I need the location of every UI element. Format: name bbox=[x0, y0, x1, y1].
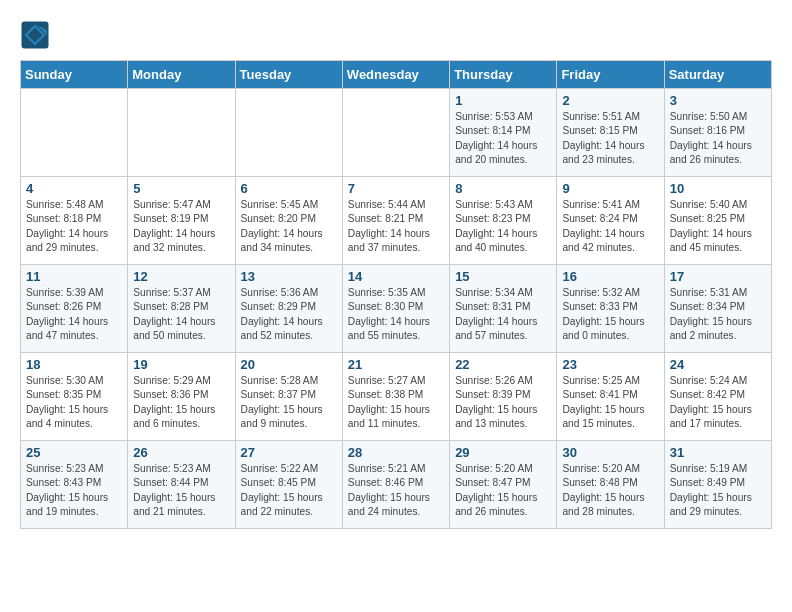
day-info: Sunrise: 5:27 AM Sunset: 8:38 PM Dayligh… bbox=[348, 374, 444, 431]
day-number: 27 bbox=[241, 445, 337, 460]
calendar-cell: 20Sunrise: 5:28 AM Sunset: 8:37 PM Dayli… bbox=[235, 353, 342, 441]
calendar-week-row: 11Sunrise: 5:39 AM Sunset: 8:26 PM Dayli… bbox=[21, 265, 772, 353]
day-number: 23 bbox=[562, 357, 658, 372]
day-info: Sunrise: 5:43 AM Sunset: 8:23 PM Dayligh… bbox=[455, 198, 551, 255]
day-number: 5 bbox=[133, 181, 229, 196]
day-number: 16 bbox=[562, 269, 658, 284]
header-wednesday: Wednesday bbox=[342, 61, 449, 89]
day-info: Sunrise: 5:19 AM Sunset: 8:49 PM Dayligh… bbox=[670, 462, 766, 519]
calendar-week-row: 18Sunrise: 5:30 AM Sunset: 8:35 PM Dayli… bbox=[21, 353, 772, 441]
calendar-cell bbox=[128, 89, 235, 177]
day-number: 30 bbox=[562, 445, 658, 460]
day-number: 20 bbox=[241, 357, 337, 372]
day-info: Sunrise: 5:30 AM Sunset: 8:35 PM Dayligh… bbox=[26, 374, 122, 431]
header-saturday: Saturday bbox=[664, 61, 771, 89]
calendar-cell: 2Sunrise: 5:51 AM Sunset: 8:15 PM Daylig… bbox=[557, 89, 664, 177]
day-info: Sunrise: 5:44 AM Sunset: 8:21 PM Dayligh… bbox=[348, 198, 444, 255]
day-info: Sunrise: 5:22 AM Sunset: 8:45 PM Dayligh… bbox=[241, 462, 337, 519]
calendar-week-row: 25Sunrise: 5:23 AM Sunset: 8:43 PM Dayli… bbox=[21, 441, 772, 529]
day-number: 15 bbox=[455, 269, 551, 284]
calendar-cell: 15Sunrise: 5:34 AM Sunset: 8:31 PM Dayli… bbox=[450, 265, 557, 353]
day-number: 24 bbox=[670, 357, 766, 372]
calendar-cell: 18Sunrise: 5:30 AM Sunset: 8:35 PM Dayli… bbox=[21, 353, 128, 441]
day-number: 14 bbox=[348, 269, 444, 284]
day-info: Sunrise: 5:35 AM Sunset: 8:30 PM Dayligh… bbox=[348, 286, 444, 343]
day-number: 26 bbox=[133, 445, 229, 460]
day-number: 3 bbox=[670, 93, 766, 108]
calendar-cell: 12Sunrise: 5:37 AM Sunset: 8:28 PM Dayli… bbox=[128, 265, 235, 353]
calendar-cell: 26Sunrise: 5:23 AM Sunset: 8:44 PM Dayli… bbox=[128, 441, 235, 529]
calendar-cell: 21Sunrise: 5:27 AM Sunset: 8:38 PM Dayli… bbox=[342, 353, 449, 441]
calendar-cell: 16Sunrise: 5:32 AM Sunset: 8:33 PM Dayli… bbox=[557, 265, 664, 353]
day-info: Sunrise: 5:40 AM Sunset: 8:25 PM Dayligh… bbox=[670, 198, 766, 255]
day-info: Sunrise: 5:21 AM Sunset: 8:46 PM Dayligh… bbox=[348, 462, 444, 519]
day-number: 11 bbox=[26, 269, 122, 284]
day-info: Sunrise: 5:32 AM Sunset: 8:33 PM Dayligh… bbox=[562, 286, 658, 343]
day-info: Sunrise: 5:39 AM Sunset: 8:26 PM Dayligh… bbox=[26, 286, 122, 343]
header-tuesday: Tuesday bbox=[235, 61, 342, 89]
day-number: 19 bbox=[133, 357, 229, 372]
calendar-cell: 6Sunrise: 5:45 AM Sunset: 8:20 PM Daylig… bbox=[235, 177, 342, 265]
header-monday: Monday bbox=[128, 61, 235, 89]
day-info: Sunrise: 5:48 AM Sunset: 8:18 PM Dayligh… bbox=[26, 198, 122, 255]
day-info: Sunrise: 5:23 AM Sunset: 8:43 PM Dayligh… bbox=[26, 462, 122, 519]
day-number: 25 bbox=[26, 445, 122, 460]
calendar-cell: 17Sunrise: 5:31 AM Sunset: 8:34 PM Dayli… bbox=[664, 265, 771, 353]
day-info: Sunrise: 5:53 AM Sunset: 8:14 PM Dayligh… bbox=[455, 110, 551, 167]
day-number: 2 bbox=[562, 93, 658, 108]
day-info: Sunrise: 5:45 AM Sunset: 8:20 PM Dayligh… bbox=[241, 198, 337, 255]
day-number: 9 bbox=[562, 181, 658, 196]
day-info: Sunrise: 5:24 AM Sunset: 8:42 PM Dayligh… bbox=[670, 374, 766, 431]
header-friday: Friday bbox=[557, 61, 664, 89]
header-thursday: Thursday bbox=[450, 61, 557, 89]
day-info: Sunrise: 5:31 AM Sunset: 8:34 PM Dayligh… bbox=[670, 286, 766, 343]
day-info: Sunrise: 5:34 AM Sunset: 8:31 PM Dayligh… bbox=[455, 286, 551, 343]
day-info: Sunrise: 5:29 AM Sunset: 8:36 PM Dayligh… bbox=[133, 374, 229, 431]
day-info: Sunrise: 5:20 AM Sunset: 8:48 PM Dayligh… bbox=[562, 462, 658, 519]
day-number: 29 bbox=[455, 445, 551, 460]
day-info: Sunrise: 5:28 AM Sunset: 8:37 PM Dayligh… bbox=[241, 374, 337, 431]
logo bbox=[20, 20, 54, 50]
day-info: Sunrise: 5:25 AM Sunset: 8:41 PM Dayligh… bbox=[562, 374, 658, 431]
calendar-body: 1Sunrise: 5:53 AM Sunset: 8:14 PM Daylig… bbox=[21, 89, 772, 529]
calendar-cell bbox=[342, 89, 449, 177]
calendar-cell: 5Sunrise: 5:47 AM Sunset: 8:19 PM Daylig… bbox=[128, 177, 235, 265]
calendar-cell: 13Sunrise: 5:36 AM Sunset: 8:29 PM Dayli… bbox=[235, 265, 342, 353]
day-number: 22 bbox=[455, 357, 551, 372]
day-info: Sunrise: 5:20 AM Sunset: 8:47 PM Dayligh… bbox=[455, 462, 551, 519]
calendar-cell: 23Sunrise: 5:25 AM Sunset: 8:41 PM Dayli… bbox=[557, 353, 664, 441]
logo-icon bbox=[20, 20, 50, 50]
day-number: 28 bbox=[348, 445, 444, 460]
day-number: 18 bbox=[26, 357, 122, 372]
calendar-cell: 1Sunrise: 5:53 AM Sunset: 8:14 PM Daylig… bbox=[450, 89, 557, 177]
day-info: Sunrise: 5:26 AM Sunset: 8:39 PM Dayligh… bbox=[455, 374, 551, 431]
calendar-cell: 19Sunrise: 5:29 AM Sunset: 8:36 PM Dayli… bbox=[128, 353, 235, 441]
calendar-week-row: 4Sunrise: 5:48 AM Sunset: 8:18 PM Daylig… bbox=[21, 177, 772, 265]
day-number: 13 bbox=[241, 269, 337, 284]
calendar-cell: 30Sunrise: 5:20 AM Sunset: 8:48 PM Dayli… bbox=[557, 441, 664, 529]
day-number: 21 bbox=[348, 357, 444, 372]
calendar-cell: 9Sunrise: 5:41 AM Sunset: 8:24 PM Daylig… bbox=[557, 177, 664, 265]
calendar-week-row: 1Sunrise: 5:53 AM Sunset: 8:14 PM Daylig… bbox=[21, 89, 772, 177]
header-sunday: Sunday bbox=[21, 61, 128, 89]
day-number: 12 bbox=[133, 269, 229, 284]
day-info: Sunrise: 5:41 AM Sunset: 8:24 PM Dayligh… bbox=[562, 198, 658, 255]
calendar-cell: 14Sunrise: 5:35 AM Sunset: 8:30 PM Dayli… bbox=[342, 265, 449, 353]
calendar-cell: 24Sunrise: 5:24 AM Sunset: 8:42 PM Dayli… bbox=[664, 353, 771, 441]
day-number: 10 bbox=[670, 181, 766, 196]
calendar-table: SundayMondayTuesdayWednesdayThursdayFrid… bbox=[20, 60, 772, 529]
calendar-cell: 25Sunrise: 5:23 AM Sunset: 8:43 PM Dayli… bbox=[21, 441, 128, 529]
day-info: Sunrise: 5:37 AM Sunset: 8:28 PM Dayligh… bbox=[133, 286, 229, 343]
day-number: 31 bbox=[670, 445, 766, 460]
calendar-cell: 8Sunrise: 5:43 AM Sunset: 8:23 PM Daylig… bbox=[450, 177, 557, 265]
day-number: 7 bbox=[348, 181, 444, 196]
page-header bbox=[20, 20, 772, 50]
calendar-cell bbox=[235, 89, 342, 177]
calendar-header-row: SundayMondayTuesdayWednesdayThursdayFrid… bbox=[21, 61, 772, 89]
day-number: 1 bbox=[455, 93, 551, 108]
calendar-cell: 29Sunrise: 5:20 AM Sunset: 8:47 PM Dayli… bbox=[450, 441, 557, 529]
calendar-cell: 27Sunrise: 5:22 AM Sunset: 8:45 PM Dayli… bbox=[235, 441, 342, 529]
day-number: 17 bbox=[670, 269, 766, 284]
day-info: Sunrise: 5:23 AM Sunset: 8:44 PM Dayligh… bbox=[133, 462, 229, 519]
calendar-cell: 7Sunrise: 5:44 AM Sunset: 8:21 PM Daylig… bbox=[342, 177, 449, 265]
